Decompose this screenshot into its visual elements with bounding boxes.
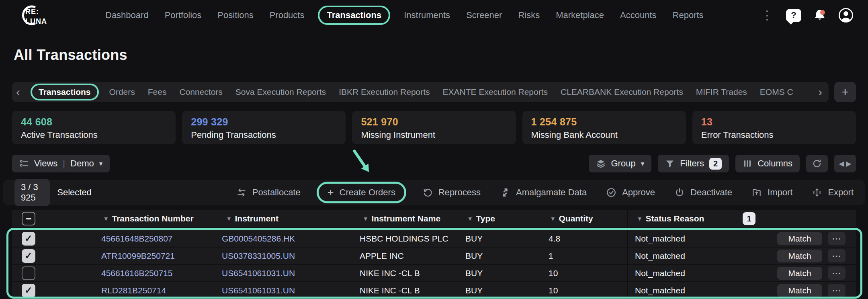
header-type[interactable]: ▾ Type — [462, 210, 547, 227]
help-icon[interactable]: ? — [786, 9, 801, 22]
pagination-arrows-button[interactable]: ◀ ▶ — [834, 155, 856, 172]
tab-mifir-trades[interactable]: MIFIR Trades — [696, 87, 747, 97]
more-menu-icon[interactable]: ⋮ — [760, 9, 775, 21]
table-row: ✓ 45661648B250807 GB0005405286.HK HSBC H… — [12, 230, 856, 247]
nav-item-reports[interactable]: Reports — [673, 10, 704, 20]
group-button[interactable]: Group ▾ — [589, 155, 651, 172]
table-row: ✓ 45661616B250715 US6541061031.UN NIKE I… — [12, 265, 856, 281]
nav-item-marketplace[interactable]: Marketplace — [556, 10, 604, 20]
stat-value: 44 608 — [21, 116, 167, 128]
stat-cards: 44 608 Active Transactions 299 329 Pendi… — [12, 111, 856, 144]
column-menu-icon[interactable]: ▾ — [551, 215, 555, 222]
stat-card-missing-bank-account[interactable]: 1 254 875 Missing Bank Account — [522, 111, 686, 144]
tab-eoms[interactable]: EOMS C — [760, 87, 793, 97]
tabs-scroll-right-icon[interactable]: › — [818, 86, 822, 98]
tab-sova-execution-reports[interactable]: Sova Execution Reports — [235, 87, 326, 97]
tab-fees[interactable]: Fees — [148, 87, 167, 97]
columns-button[interactable]: Columns — [735, 155, 800, 172]
tabs-scroll-left-icon[interactable]: ‹ — [16, 86, 20, 98]
brand-logo[interactable]: RE: LUNA — [14, 4, 49, 27]
filters-label: Filters — [680, 158, 704, 169]
postallocate-button[interactable]: Postallocate — [236, 187, 301, 198]
import-button[interactable]: Import — [751, 187, 792, 198]
transaction-number-link[interactable]: 45661648B250807 — [101, 234, 173, 244]
page-title: All Transactions — [14, 47, 868, 64]
row-menu-button[interactable]: ⋯ — [828, 284, 845, 297]
row-menu-button[interactable]: ⋯ — [828, 232, 845, 245]
header-label: Instrument — [235, 214, 279, 223]
add-tab-button[interactable]: + — [834, 82, 856, 102]
header-instrument-name[interactable]: ▾ Instrument Name — [354, 210, 462, 227]
stat-card-active-transactions[interactable]: 44 608 Active Transactions — [12, 111, 176, 144]
stat-card-error-transactions[interactable]: 13 Error Transactions — [692, 111, 856, 144]
row-checkbox[interactable]: ✓ — [22, 266, 35, 280]
amalgamate-data-button[interactable]: Amalgamate Data — [500, 187, 587, 198]
nav-item-portfolios[interactable]: Portfolios — [165, 10, 202, 20]
column-menu-icon[interactable]: ▾ — [227, 215, 231, 222]
table-row: ✓ ATR10099B250721 US0378331005.UN APPLE … — [12, 248, 856, 264]
tab-exante-execution-reports[interactable]: EXANTE Execution Reports — [443, 87, 548, 97]
tab-orders[interactable]: Orders — [109, 87, 135, 97]
row-menu-button[interactable]: ⋯ — [828, 249, 845, 262]
nav-item-screener[interactable]: Screener — [466, 10, 502, 20]
bulk-actions: Postallocate + Create Orders Reprocess A… — [236, 185, 854, 200]
quantity-cell: 1 — [547, 248, 627, 264]
row-checkbox[interactable]: ✓ — [22, 284, 35, 297]
column-menu-icon[interactable]: ▾ — [104, 215, 108, 222]
header-label: Transaction Number — [112, 214, 194, 223]
header-transaction-number[interactable]: ▾ Transaction Number — [52, 210, 213, 227]
column-menu-icon[interactable]: ▾ — [638, 215, 641, 222]
create-orders-button[interactable]: + Create Orders — [317, 182, 406, 203]
column-menu-icon[interactable]: ▾ — [469, 215, 472, 222]
approve-button[interactable]: Approve — [606, 187, 655, 198]
instrument-link[interactable]: GB0005405286.HK — [222, 234, 295, 244]
row-checkbox[interactable]: ✓ — [22, 232, 35, 246]
tab-clearbank-execution-reports[interactable]: CLEARBANK Execution Reports — [561, 87, 683, 97]
nav-item-products[interactable]: Products — [270, 10, 305, 20]
match-button[interactable]: Match — [777, 284, 822, 297]
filters-count-badge: 2 — [709, 158, 722, 170]
nav-item-risks[interactable]: Risks — [518, 10, 540, 20]
column-menu-icon[interactable]: ▾ — [364, 215, 367, 222]
export-button[interactable]: Export — [812, 187, 854, 198]
instrument-link[interactable]: US0378331005.UN — [222, 251, 295, 261]
quantity-cell: 4.8 — [547, 230, 627, 247]
stat-card-missing-instrument[interactable]: 521 970 Missing Instrument — [352, 111, 516, 144]
header-status-reason[interactable]: ▾ Status Reason 1 — [627, 210, 764, 227]
row-checkbox[interactable]: ✓ — [22, 249, 35, 263]
match-button[interactable]: Match — [777, 232, 822, 245]
header-quantity[interactable]: ▾ Quantity — [547, 210, 627, 227]
row-menu-button[interactable]: ⋯ — [828, 266, 845, 280]
match-button[interactable]: Match — [777, 267, 822, 280]
check-circle-icon — [606, 187, 616, 198]
tab-bar-wrap: ‹ Transactions Orders Fees Connectors So… — [12, 82, 856, 102]
transaction-number-link[interactable]: RLD281B250714 — [101, 286, 166, 295]
tab-transactions[interactable]: Transactions — [31, 84, 99, 100]
instrument-link[interactable]: US6541061031.UN — [222, 268, 295, 278]
filters-button[interactable]: Filters 2 — [658, 155, 729, 172]
nav-item-accounts[interactable]: Accounts — [620, 10, 657, 20]
stat-value: 13 — [701, 116, 847, 128]
refresh-button[interactable] — [806, 155, 828, 172]
tab-ibkr-execution-reports[interactable]: IBKR Execution Reports — [339, 87, 430, 97]
deactivate-button[interactable]: Deactivate — [674, 187, 732, 198]
match-button[interactable]: Match — [777, 250, 822, 262]
user-avatar-icon[interactable] — [838, 8, 854, 23]
header-select-all — [12, 210, 52, 227]
nav-item-instruments[interactable]: Instruments — [404, 10, 450, 20]
select-all-checkbox[interactable] — [22, 212, 35, 225]
reprocess-icon — [422, 187, 433, 198]
nav-item-dashboard[interactable]: Dashboard — [105, 10, 149, 20]
reprocess-button[interactable]: Reprocess — [422, 187, 481, 198]
tab-connectors[interactable]: Connectors — [179, 87, 222, 97]
instrument-link[interactable]: US6541061031.UN — [222, 286, 295, 295]
nav-item-transactions[interactable]: Transactions — [318, 6, 390, 25]
transaction-number-link[interactable]: ATR10099B250721 — [101, 251, 175, 261]
nav-item-positions[interactable]: Positions — [217, 10, 253, 20]
transaction-number-link[interactable]: 45661616B250715 — [101, 268, 173, 278]
stat-card-pending-transactions[interactable]: 299 329 Pending Transactions — [182, 111, 346, 144]
views-selector-button[interactable]: Views | Demo ▾ — [12, 155, 110, 172]
type-cell: BUY — [462, 265, 547, 281]
notifications-bell-icon[interactable] — [813, 8, 827, 23]
header-instrument[interactable]: ▾ Instrument — [213, 210, 354, 227]
